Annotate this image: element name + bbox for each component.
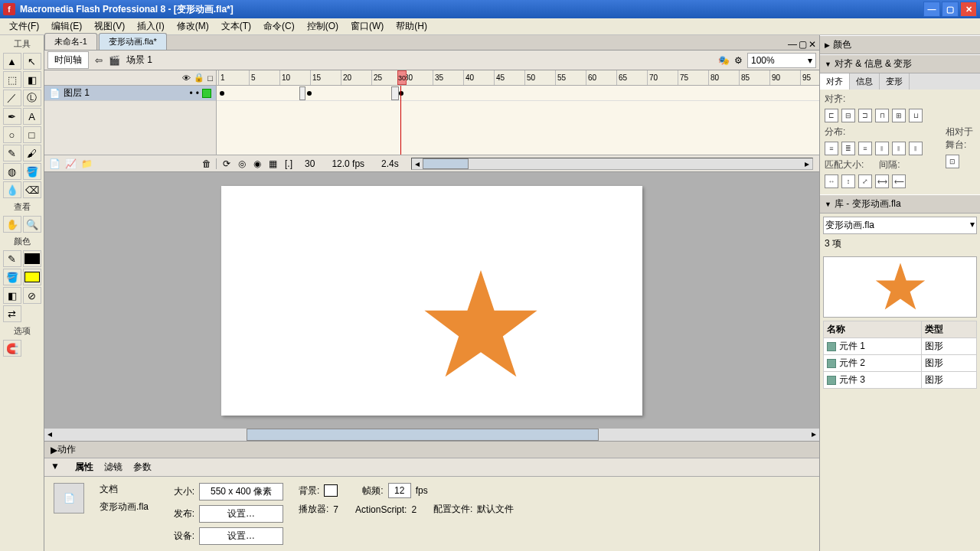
layer-outline-swatch[interactable] — [202, 89, 211, 98]
timeline-ruler[interactable]: 1510152025303540455055606570758085909530 — [217, 70, 819, 85]
align-left-icon[interactable]: ⊏ — [825, 109, 838, 122]
layer-lock-dot[interactable]: • — [196, 88, 199, 99]
fill-swatch[interactable] — [23, 269, 41, 285]
lib-col-type[interactable]: 类型 — [922, 321, 977, 338]
align-top-icon[interactable]: ⊓ — [875, 109, 889, 122]
minimize-button[interactable]: — — [923, 2, 940, 17]
distribute-right-icon[interactable]: ⦀ — [909, 142, 923, 155]
new-layer-icon[interactable]: 📄 — [49, 158, 60, 169]
doc-tab-2[interactable]: 变形动画.fla* — [99, 33, 167, 50]
edit-symbols-icon[interactable]: ⚙ — [734, 55, 743, 66]
library-select[interactable]: 变形动画.fla ▾ — [823, 217, 977, 234]
timeline-frames[interactable] — [217, 86, 819, 155]
menu-text[interactable]: 文本(T) — [215, 18, 257, 34]
center-frame-icon[interactable]: ⟳ — [223, 158, 230, 169]
pencil-tool[interactable]: ✎ — [3, 145, 21, 161]
onion-skin-outline-icon[interactable]: ◉ — [253, 158, 261, 169]
library-item[interactable]: 元件 2图形 — [824, 355, 977, 372]
publish-settings-button[interactable]: 设置… — [199, 505, 283, 523]
keyframe[interactable] — [307, 91, 312, 96]
menu-control[interactable]: 控制(O) — [301, 18, 345, 34]
distribute-hcenter-icon[interactable]: ⦀ — [892, 142, 906, 155]
canvas-area[interactable] — [44, 172, 819, 429]
align-hcenter-icon[interactable]: ⊟ — [841, 109, 855, 122]
outline-icon[interactable]: □ — [207, 73, 213, 83]
menu-file[interactable]: 文件(F) — [3, 18, 45, 34]
space-h-icon[interactable]: ⟷ — [875, 174, 889, 188]
gradient-transform-tool[interactable]: ◧ — [23, 71, 41, 88]
stage[interactable] — [221, 186, 642, 416]
zoom-tool[interactable]: 🔍 — [23, 216, 41, 233]
tab-filters[interactable]: 滤镜 — [104, 461, 122, 474]
timeline-scrollbar[interactable]: ◂ ▸ — [411, 158, 813, 170]
close-button[interactable]: ✕ — [960, 2, 977, 17]
layer-row[interactable]: 📄 图层 1 • • — [44, 86, 216, 101]
delete-layer-icon[interactable]: 🗑 — [202, 158, 211, 169]
distribute-bottom-icon[interactable]: ≡ — [858, 142, 872, 155]
library-item[interactable]: 元件 3图形 — [824, 372, 977, 389]
menu-view[interactable]: 视图(V) — [88, 18, 131, 34]
subselection-tool[interactable]: ↖ — [23, 53, 41, 70]
size-button[interactable]: 550 x 400 像素 — [199, 483, 283, 500]
timeline-toggle-button[interactable]: 时间轴 — [47, 51, 89, 69]
maximize-button[interactable]: ▢ — [942, 2, 959, 17]
collapse-icon[interactable]: ▼ — [51, 461, 60, 474]
actions-panel-header[interactable]: ▶ 动作 — [44, 442, 819, 458]
hand-tool[interactable]: ✋ — [3, 216, 21, 233]
snap-option[interactable]: 🧲 — [3, 340, 21, 357]
eyedropper-tool[interactable]: 💧 — [3, 181, 21, 198]
tab-align[interactable]: 对齐 — [820, 73, 850, 90]
tab-transform[interactable]: 变形 — [880, 73, 910, 90]
playhead-line[interactable] — [400, 86, 401, 155]
distribute-top-icon[interactable]: ≡ — [825, 142, 838, 155]
distribute-left-icon[interactable]: ⦀ — [875, 142, 889, 155]
text-tool[interactable]: A — [23, 108, 41, 125]
to-stage-button[interactable]: ⊡ — [946, 155, 959, 168]
doc-minimize-icon[interactable]: — — [788, 39, 797, 50]
free-transform-tool[interactable]: ⬚ — [3, 71, 21, 88]
color-panel-header[interactable]: ▶颜色 — [820, 35, 980, 54]
lib-col-name[interactable]: 名称 — [824, 321, 922, 338]
pen-tool[interactable]: ✒ — [3, 108, 21, 125]
library-item[interactable]: 元件 1图形 — [824, 338, 977, 355]
paint-bucket-tool[interactable]: 🪣 — [23, 163, 41, 180]
menu-help[interactable]: 帮助(H) — [390, 18, 433, 34]
swap-colors-btn[interactable]: ⇄ — [3, 305, 21, 322]
doc-tab-1[interactable]: 未命名-1 — [44, 33, 97, 50]
stroke-color[interactable]: ✎ — [3, 250, 21, 267]
rectangle-tool[interactable]: □ — [23, 126, 41, 143]
black-white-btn[interactable]: ◧ — [3, 287, 21, 304]
layer-visible-dot[interactable]: • — [190, 88, 193, 99]
fill-color[interactable]: 🪣 — [3, 269, 21, 285]
tab-params[interactable]: 参数 — [133, 461, 152, 474]
library-panel-header[interactable]: ▼库 - 变形动画.fla — [820, 194, 980, 214]
doc-close-icon[interactable]: ✕ — [808, 39, 816, 50]
lasso-tool[interactable]: Ⓛ — [23, 90, 41, 106]
menu-edit[interactable]: 编辑(E) — [45, 18, 88, 34]
oval-tool[interactable]: ○ — [3, 126, 21, 143]
bg-color-swatch[interactable] — [324, 484, 338, 497]
fps-input[interactable] — [388, 483, 411, 498]
back-icon[interactable]: ⇦ — [95, 55, 103, 66]
tab-info[interactable]: 信息 — [850, 73, 880, 90]
playhead-marker[interactable]: 30 — [397, 70, 407, 85]
new-folder-icon[interactable]: 📁 — [81, 158, 93, 169]
menu-insert[interactable]: 插入(I) — [131, 18, 170, 34]
match-both-icon[interactable]: ⤢ — [858, 174, 872, 188]
align-right-icon[interactable]: ⊐ — [858, 109, 872, 122]
new-motion-guide-icon[interactable]: 📈 — [65, 158, 77, 169]
ink-bottle-tool[interactable]: ◍ — [3, 163, 21, 180]
match-width-icon[interactable]: ↔ — [825, 174, 838, 188]
keyframe[interactable] — [299, 86, 305, 100]
star-shape[interactable] — [420, 264, 542, 386]
modify-onion-markers-icon[interactable]: [.] — [285, 158, 292, 169]
align-panel-header[interactable]: ▼对齐 & 信息 & 变形 — [820, 54, 980, 73]
selection-tool[interactable]: ▲ — [3, 53, 21, 70]
eye-icon[interactable]: 👁 — [182, 73, 191, 83]
brush-tool[interactable]: 🖌 — [23, 145, 41, 161]
onion-skin-icon[interactable]: ◎ — [238, 158, 246, 169]
tab-properties[interactable]: 属性 — [75, 461, 93, 474]
keyframe[interactable] — [391, 86, 399, 100]
align-vcenter-icon[interactable]: ⊞ — [892, 109, 906, 122]
doc-restore-icon[interactable]: ▢ — [799, 39, 807, 50]
